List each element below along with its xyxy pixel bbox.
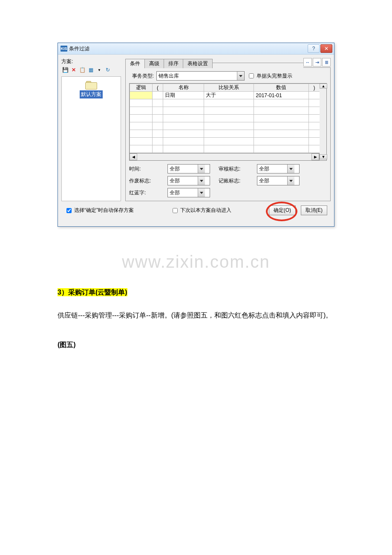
scroll-down-icon[interactable]: ▼: [320, 154, 327, 159]
cancel-button[interactable]: 取消(E): [301, 205, 327, 215]
table-row: [130, 115, 320, 122]
chevron-down-icon[interactable]: [198, 176, 205, 185]
business-type-label: 事务类型:: [129, 72, 154, 80]
table-row: [130, 122, 320, 130]
business-type-select[interactable]: [156, 71, 245, 81]
void-label: 作废标志:: [129, 177, 159, 185]
scroll-left-icon[interactable]: ◀: [130, 153, 137, 160]
figure5-caption: (图五): [58, 337, 334, 353]
tab-table-settings[interactable]: 表格设置: [183, 59, 213, 68]
table-row[interactable]: 日期 大于 2017-01-01: [130, 92, 320, 99]
full-display-checkbox[interactable]: 单据头完整显示: [247, 72, 292, 80]
filter-dialog-window: KIS 条件过滤 ? ✕ 方案: 💾 ✕ 📋 ▦ ▼ ↻: [58, 43, 334, 227]
scheme-list[interactable]: 默认方案: [61, 76, 121, 201]
time-label: 时间:: [129, 165, 159, 173]
paragraph-instruction: 供应链---采购管理---采购订单--新增。(请参照图五，和图六红色标志点击和填…: [58, 307, 334, 324]
col-value: 数值: [254, 84, 309, 92]
delete-icon[interactable]: ✕: [70, 66, 78, 74]
toolbar-icon-a[interactable]: ↔: [303, 58, 312, 66]
business-type-input[interactable]: [157, 72, 237, 80]
col-lparen: (: [152, 84, 163, 92]
scheme-toolbar: 💾 ✕ 📋 ▦ ▼ ↻: [61, 66, 121, 74]
table-row: [130, 130, 320, 138]
tab-condition[interactable]: 条件: [125, 59, 145, 68]
tab-advanced[interactable]: 高级: [144, 59, 164, 68]
col-logic: 逻辑: [130, 84, 153, 92]
chevron-down-icon[interactable]: [198, 188, 205, 197]
col-compare: 比较关系: [204, 84, 254, 92]
window-title: 条件过滤: [69, 45, 307, 52]
col-name: 名称: [163, 84, 204, 92]
titlebar: KIS 条件过滤 ? ✕: [58, 43, 334, 55]
auto-save-checkbox[interactable]: 选择“确定”时自动保存方案: [65, 207, 134, 214]
table-row: [130, 99, 320, 107]
tab-content: 事务类型: 单据头完整显示: [125, 68, 331, 201]
full-display-label: 单据头完整显示: [257, 72, 292, 80]
time-select[interactable]: [167, 164, 210, 173]
toolbar-icon-c[interactable]: ≣: [322, 58, 331, 66]
folder-icon: [85, 80, 97, 90]
table-row: [130, 145, 320, 153]
close-button[interactable]: ✕: [320, 44, 332, 53]
refresh-icon[interactable]: ↻: [104, 66, 112, 74]
vertical-scrollbar[interactable]: ▲ ▼: [320, 83, 327, 161]
watermark-text: www.zixin.com.cn: [58, 252, 334, 272]
condition-grid[interactable]: 逻辑 ( 名称 比较关系 数值 ): [129, 83, 320, 153]
chevron-down-icon[interactable]: [237, 72, 244, 80]
book-label: 记账标志:: [219, 177, 248, 185]
chevron-down-icon[interactable]: [287, 165, 294, 173]
help-button[interactable]: ?: [308, 44, 320, 53]
grid-icon[interactable]: ▦: [87, 66, 95, 74]
scheme-label: 方案:: [61, 58, 121, 65]
audit-select[interactable]: [257, 164, 300, 173]
table-row: [130, 138, 320, 145]
scroll-up-icon[interactable]: ▲: [320, 84, 327, 89]
default-scheme-item[interactable]: 默认方案: [80, 90, 103, 98]
chevron-down-icon[interactable]: [198, 165, 205, 173]
book-select[interactable]: [257, 176, 300, 185]
redblue-label: 红蓝字:: [129, 189, 159, 197]
tab-sort[interactable]: 排序: [164, 59, 183, 68]
ok-button[interactable]: 确定(O): [269, 205, 296, 215]
void-select[interactable]: [167, 176, 210, 185]
redblue-select[interactable]: [167, 188, 210, 197]
col-rparen: ): [309, 84, 320, 92]
document-body: 3）采购订单(云暨制单) 供应链---采购管理---采购订单--新增。(请参照图…: [58, 284, 334, 353]
scroll-right-icon[interactable]: ▶: [311, 153, 319, 160]
chevron-down-icon[interactable]: [287, 176, 294, 185]
window-body: 方案: 💾 ✕ 📋 ▦ ▼ ↻ 默认方案: [58, 55, 334, 226]
copy-icon[interactable]: 📋: [78, 66, 86, 74]
table-row: [130, 107, 320, 115]
dropdown-icon[interactable]: ▼: [95, 66, 103, 74]
toolbar-icon-b[interactable]: ⇥: [313, 58, 321, 66]
grid-header-row: 逻辑 ( 名称 比较关系 数值 ): [130, 84, 320, 92]
auto-enter-checkbox[interactable]: 下次以本方案自动进入: [171, 207, 231, 214]
horizontal-scrollbar[interactable]: ◀ ▶: [129, 153, 320, 161]
section-heading-3: 3）采购订单(云暨制单): [58, 288, 127, 296]
scheme-panel: 方案: 💾 ✕ 📋 ▦ ▼ ↻ 默认方案: [61, 58, 121, 201]
audit-label: 审核标志:: [219, 165, 248, 173]
kis-icon: KIS: [61, 46, 67, 52]
tab-bar: 条件 高级 排序 表格设置: [125, 58, 212, 68]
save-icon[interactable]: 💾: [61, 66, 69, 74]
